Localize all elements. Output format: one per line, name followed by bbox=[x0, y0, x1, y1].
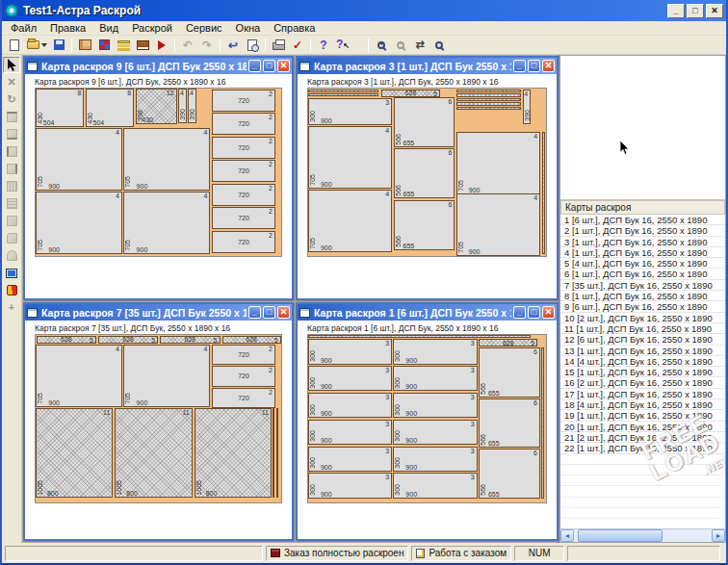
cut-piece[interactable]: 3009003 bbox=[308, 339, 392, 364]
cut-piece[interactable]: 6285 bbox=[479, 339, 537, 347]
map-list-item[interactable]: 6 [1 шт.], ДСП Бук 16, 2550 x 1890 bbox=[560, 269, 725, 279]
map-list-item[interactable]: 15 [1 шт.], ДСП Бук 16, 2550 x 1890 bbox=[560, 367, 725, 377]
delete-tool-button[interactable]: ✕ bbox=[3, 74, 20, 90]
child-title-bar[interactable]: Карта раскроя 1 [6 шт.] ДСП Бук 2550 х 1… bbox=[298, 304, 557, 321]
cut-piece[interactable]: 3009003 bbox=[308, 473, 392, 498]
cut-piece[interactable]: 5666556 bbox=[394, 200, 455, 250]
cut-piece[interactable] bbox=[456, 93, 521, 96]
recalculate-button[interactable] bbox=[3, 282, 20, 298]
map-list-item[interactable]: 16 [2 шт.], ДСП Бук 16, 2550 x 1890 bbox=[560, 377, 725, 388]
map-list-item[interactable]: 5 [4 шт.], ДСП Бук 16, 2550 x 1890 bbox=[560, 258, 725, 269]
sheets-button[interactable] bbox=[114, 37, 133, 54]
child-minimize-button[interactable]: _ bbox=[248, 306, 261, 319]
context-help-button[interactable]: ?↖ bbox=[333, 37, 352, 54]
cutting-map[interactable]: 3009003300900330090033009003300900330090… bbox=[307, 334, 547, 503]
cutting-board-button[interactable] bbox=[75, 37, 94, 54]
cut-piece[interactable]: 39014 bbox=[178, 89, 187, 123]
cut-piece[interactable]: 7059004 bbox=[308, 190, 392, 252]
cut-piece[interactable]: 4305048 bbox=[36, 89, 84, 127]
map-list-item[interactable]: 10 [2 шт.], ДСП Бук 16, 2550 x 1890 bbox=[560, 313, 725, 323]
map-list-item[interactable]: 8 [1 шт.], ДСП Бук 16, 2550 x 1890 bbox=[560, 291, 725, 301]
preview-button[interactable] bbox=[243, 37, 262, 54]
map-list-item[interactable]: 18 [4 шт.], ДСП Бук 16, 2550 x 1890 bbox=[560, 399, 725, 410]
cut-piece[interactable]: 3009003 bbox=[308, 366, 392, 391]
cut-piece[interactable]: 7059004 bbox=[308, 126, 392, 189]
map-list-item[interactable]: 7 [35 шт.], ДСП Бук 16, 2550 x 1890 bbox=[560, 280, 725, 291]
cut-piece[interactable]: 5666556 bbox=[394, 97, 455, 147]
map-list-item[interactable]: 2 [1 шт.], ДСП Бук 16, 2550 x 1890 bbox=[560, 225, 725, 236]
title-bar[interactable]: Test1-Астра Раскрой _ □ ✕ bbox=[2, 0, 726, 21]
cut-piece[interactable]: 7059004 bbox=[36, 345, 122, 407]
help-button[interactable]: ? bbox=[314, 37, 333, 54]
select-cursor-button[interactable] bbox=[3, 57, 20, 73]
strip-vertical-button[interactable] bbox=[3, 213, 20, 229]
band-right-button[interactable] bbox=[3, 161, 20, 177]
minimize-button[interactable]: _ bbox=[667, 4, 685, 18]
print-button[interactable] bbox=[269, 37, 288, 54]
cut-piece[interactable]: 7202 bbox=[212, 160, 275, 182]
cut-piece[interactable]: 7202 bbox=[212, 184, 275, 206]
menu-item[interactable]: Вид bbox=[92, 22, 125, 34]
trim-edge-button[interactable] bbox=[3, 230, 20, 246]
cut-piece[interactable]: 3009003 bbox=[308, 420, 392, 445]
cut-piece[interactable]: 7202 bbox=[212, 113, 275, 135]
band-bottom-button[interactable] bbox=[3, 126, 20, 142]
scrollbar-thumb[interactable] bbox=[578, 529, 663, 542]
cut-piece[interactable] bbox=[308, 93, 378, 96]
cut-piece[interactable]: 6285 bbox=[160, 336, 220, 344]
cut-piece[interactable]: 100580011 bbox=[115, 408, 192, 498]
close-button[interactable]: ✕ bbox=[706, 4, 723, 18]
cut-piece[interactable]: 5666556 bbox=[479, 347, 539, 398]
child-close-button[interactable]: ✕ bbox=[277, 60, 290, 72]
rollback-button[interactable]: ↩ bbox=[223, 37, 243, 54]
new-document-button[interactable] bbox=[5, 37, 24, 54]
cut-piece[interactable]: 3009003 bbox=[393, 420, 477, 445]
child-close-button[interactable]: ✕ bbox=[277, 306, 290, 319]
child-minimize-button[interactable]: _ bbox=[248, 60, 261, 72]
cut-piece[interactable]: 7202 bbox=[212, 345, 275, 365]
cut-piece[interactable]: 7202 bbox=[212, 231, 275, 253]
cut-piece[interactable] bbox=[456, 98, 521, 101]
cut-piece[interactable]: 39014 bbox=[188, 89, 196, 123]
cut-piece[interactable]: 4305048 bbox=[86, 89, 134, 127]
child-maximize-button[interactable]: □ bbox=[528, 306, 540, 319]
cut-piece[interactable] bbox=[542, 132, 545, 254]
child-maximize-button[interactable]: □ bbox=[528, 60, 540, 72]
redo-button[interactable]: ↷ bbox=[197, 37, 217, 54]
zoom-in-button[interactable]: + bbox=[372, 37, 391, 54]
child-minimize-button[interactable]: _ bbox=[513, 306, 526, 319]
cut-piece[interactable] bbox=[456, 102, 521, 105]
cut-piece[interactable]: 3009003 bbox=[393, 473, 477, 498]
cut-piece[interactable]: 7059004 bbox=[123, 345, 210, 407]
sidebar-preview-pane[interactable] bbox=[560, 56, 725, 200]
cut-piece[interactable] bbox=[541, 347, 544, 499]
zoom-out-button[interactable]: − bbox=[391, 37, 410, 54]
cut-piece[interactable]: 7202 bbox=[212, 388, 275, 408]
cut-piece[interactable]: 7202 bbox=[212, 207, 275, 229]
band-left-button[interactable] bbox=[3, 143, 20, 160]
menu-item[interactable]: Раскрой bbox=[125, 22, 179, 34]
cut-piece[interactable] bbox=[308, 90, 378, 92]
cut-piece[interactable] bbox=[273, 408, 274, 498]
cut-piece[interactable]: 3009003 bbox=[308, 98, 392, 125]
map-list-item[interactable]: 22 [1 шт.], ДСП Бук 16, 2550 x 1890 bbox=[560, 443, 725, 453]
cut-piece[interactable]: 39014 bbox=[523, 90, 531, 124]
map-list-item[interactable]: 13 [1 шт.], ДСП Бук 16, 2550 x 1890 bbox=[560, 346, 725, 356]
map-list-item[interactable]: 1 [6 шт.], ДСП Бук 16, 2550 x 1890 bbox=[560, 215, 725, 225]
menu-item[interactable]: Правка bbox=[43, 22, 92, 34]
map-list-item[interactable]: 17 [1 шт.], ДСП Бук 16, 2550 x 1890 bbox=[560, 389, 725, 399]
cut-piece[interactable]: 5666556 bbox=[479, 398, 539, 449]
child-minimize-button[interactable]: _ bbox=[513, 60, 526, 72]
cut-piece[interactable]: 6285 bbox=[98, 336, 158, 344]
undo-button[interactable]: ↶ bbox=[178, 37, 197, 54]
cut-piece[interactable]: 7202 bbox=[212, 137, 275, 159]
cut-piece[interactable]: 3009003 bbox=[308, 393, 392, 418]
map-list-item[interactable]: 11 [1 шт.], ДСП Бук 16, 2550 x 1890 bbox=[560, 323, 725, 334]
child-title-bar[interactable]: Карта раскроя 3 [1 шт.] ДСП Бук 2550 х 1… bbox=[298, 58, 557, 74]
cutting-map[interactable]: 4305048430504839843012390143901472027202… bbox=[35, 88, 282, 257]
child-close-button[interactable]: ✕ bbox=[542, 306, 555, 319]
save-button[interactable] bbox=[49, 37, 68, 54]
start-cutting-button[interactable] bbox=[152, 37, 171, 54]
rotate-part-button[interactable]: ↻ bbox=[3, 91, 20, 108]
verify-button[interactable]: ✓ bbox=[288, 37, 307, 54]
